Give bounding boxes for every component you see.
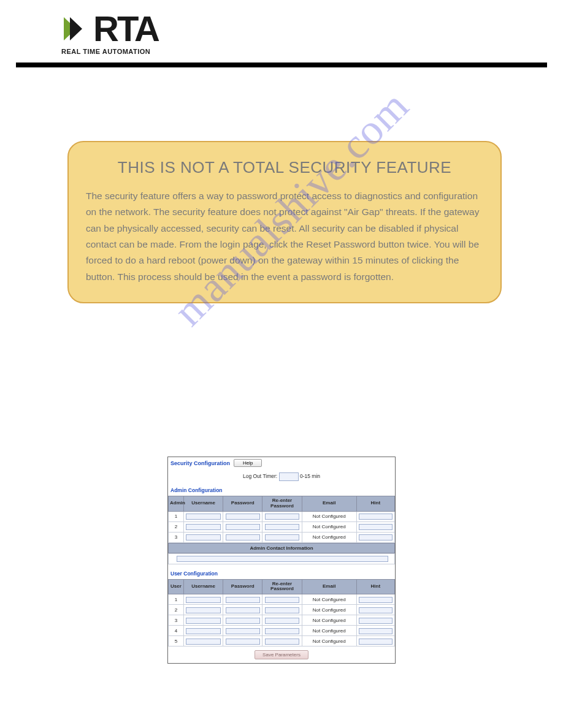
brand-logo: RTA REAL TIME AUTOMATION [61,11,563,55]
page-header: RTA REAL TIME AUTOMATION [0,0,563,55]
hint-input[interactable] [359,534,392,540]
table-row: 3Not Configured [169,532,395,542]
brand-name: RTA [93,11,158,47]
password-input[interactable] [226,524,260,530]
table-row: 3Not Configured [169,615,395,626]
email-status: Not Configured [302,594,356,605]
email-status: Not Configured [302,605,356,615]
logout-timer-row: Log Out Timer: 0-15 min [168,469,395,486]
table-row: 2Not Configured [169,521,395,532]
callout-body: The security feature offers a way to pas… [86,188,483,285]
col-header-email: Email [302,579,356,594]
col-header-password: Password [223,496,262,512]
brand-subtitle: REAL TIME AUTOMATION [61,48,150,55]
logout-timer-input[interactable] [279,472,299,481]
table-row: 1Not Configured [169,511,395,521]
col-header-admin: Admin [169,496,184,512]
repassword-input[interactable] [265,524,299,530]
username-input[interactable] [186,618,220,624]
admin-contact-row [168,553,395,564]
email-status: Not Configured [302,521,356,532]
username-input[interactable] [186,628,220,634]
repassword-input[interactable] [265,534,299,540]
hint-input[interactable] [359,597,392,603]
username-input[interactable] [186,534,220,540]
col-header-username: Username [183,496,223,512]
col-header-password: Password [223,579,262,594]
hint-input[interactable] [359,524,392,530]
user-section-label: User Configuration [168,569,395,579]
row-index: 3 [169,615,184,626]
email-status: Not Configured [302,636,356,646]
rta-mark-icon [61,15,90,43]
user-config-table: User Username Password Re-enter Password… [168,579,395,647]
col-header-hint: Hint [356,496,394,512]
row-index: 3 [169,532,184,542]
col-header-username: Username [183,579,223,594]
hint-input[interactable] [359,639,392,645]
email-status: Not Configured [302,511,356,521]
callout-title: THIS IS NOT A TOTAL SECURITY FEATURE [86,158,483,177]
email-status: Not Configured [302,626,356,636]
row-index: 2 [169,521,184,532]
col-header-repassword: Re-enter Password [262,579,302,594]
row-index: 1 [169,594,184,605]
username-input[interactable] [186,607,220,613]
row-index: 2 [169,605,184,615]
save-parameters-button[interactable]: Save Parameters [255,650,308,659]
table-row: 2Not Configured [169,605,395,615]
username-input[interactable] [186,514,220,520]
password-input[interactable] [226,534,260,540]
repassword-input[interactable] [265,628,299,634]
help-button[interactable]: Help [234,459,262,467]
username-input[interactable] [186,524,220,530]
svg-marker-1 [70,17,82,40]
security-warning-callout: THIS IS NOT A TOTAL SECURITY FEATURE The… [67,141,502,303]
hint-input[interactable] [359,607,392,613]
password-input[interactable] [226,514,260,520]
table-row: 1Not Configured [169,594,395,605]
repassword-input[interactable] [265,618,299,624]
row-index: 1 [169,511,184,521]
security-config-panel: Security Configuration Help Log Out Time… [167,457,396,664]
admin-section-label: Admin Configuration [168,486,395,496]
col-header-hint: Hint [356,579,394,594]
col-header-user: User [169,579,184,594]
logout-timer-label: Log Out Timer: [243,473,277,479]
username-input[interactable] [186,639,220,645]
repassword-input[interactable] [265,607,299,613]
admin-contact-header: Admin Contact Information [168,543,395,553]
hint-input[interactable] [359,618,392,624]
repassword-input[interactable] [265,597,299,603]
password-input[interactable] [226,618,260,624]
repassword-input[interactable] [265,514,299,520]
email-status: Not Configured [302,615,356,626]
table-row: 4Not Configured [169,626,395,636]
username-input[interactable] [186,597,220,603]
password-input[interactable] [226,628,260,634]
col-header-repassword: Re-enter Password [262,496,302,512]
admin-config-table: Admin Username Password Re-enter Passwor… [168,496,395,543]
repassword-input[interactable] [265,639,299,645]
password-input[interactable] [226,639,260,645]
hint-input[interactable] [359,514,392,520]
table-row: 5Not Configured [169,636,395,646]
panel-title: Security Configuration [170,460,230,466]
row-index: 4 [169,626,184,636]
email-status: Not Configured [302,532,356,542]
password-input[interactable] [226,597,260,603]
hint-input[interactable] [359,628,392,634]
admin-contact-input[interactable] [177,556,388,562]
password-input[interactable] [226,607,260,613]
row-index: 5 [169,636,184,646]
col-header-email: Email [302,496,356,512]
logout-timer-suffix: 0-15 min [300,473,320,479]
header-divider [16,63,547,67]
